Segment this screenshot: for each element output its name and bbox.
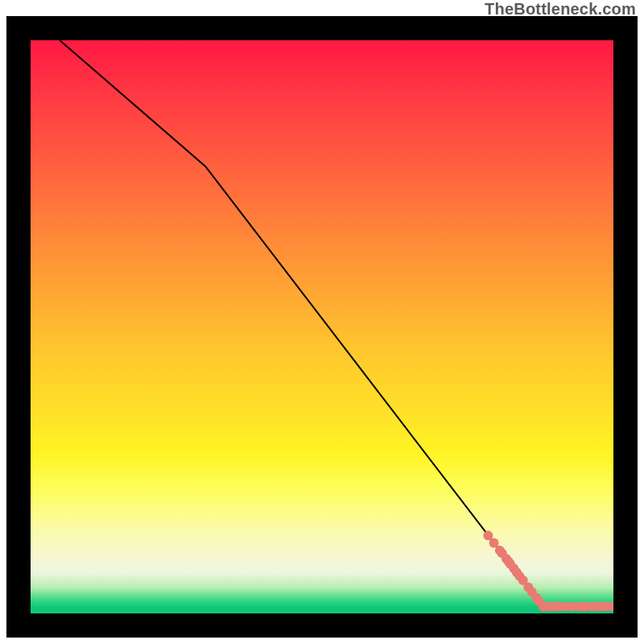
chart-stage: TheBottleneck.com (0, 0, 644, 644)
chart-plot-area (31, 40, 613, 613)
